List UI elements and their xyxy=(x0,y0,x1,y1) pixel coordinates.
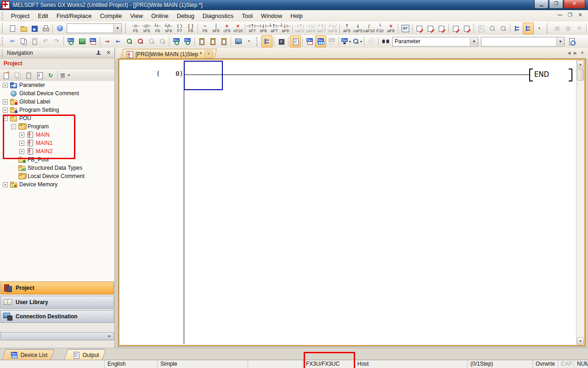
menu-find-replace[interactable]: Find/Replace xyxy=(52,11,96,21)
menu-tool[interactable]: Tool xyxy=(237,11,257,21)
mdi-minimize-button[interactable]: — xyxy=(557,12,563,18)
pane-button-project[interactable]: Project xyxy=(0,282,114,294)
device-comment-icon[interactable] xyxy=(65,35,76,47)
edit-toolbar-overflow-button[interactable]: ▾ xyxy=(243,35,254,47)
find-target-combo[interactable]: Parameter▼ xyxy=(392,37,478,46)
tree-item-device-memory[interactable]: +Device Memory xyxy=(0,180,114,189)
tab-scroll-right-icon[interactable]: ▶ xyxy=(574,51,577,55)
statement-batch-edit-icon[interactable] xyxy=(461,23,472,34)
pane-chevron-button[interactable]: » xyxy=(0,332,114,340)
insert-column-icon[interactable] xyxy=(218,35,229,47)
device-batch-monitor-icon[interactable] xyxy=(171,35,182,47)
edit-contact-icon[interactable]: -||- xyxy=(425,23,436,34)
delete-row-icon[interactable] xyxy=(207,35,218,47)
mdi-close-button[interactable]: ✕ xyxy=(577,12,583,18)
mdi-restore-button[interactable]: ❐ xyxy=(567,12,573,18)
project-selector-combo-dropdown-icon[interactable]: ▼ xyxy=(113,24,121,32)
falling-pulse-button[interactable]: ⊣↓⊢sF8 xyxy=(258,23,269,34)
pin-icon[interactable] xyxy=(96,51,101,56)
pane-button-user-library[interactable]: User Library xyxy=(0,296,114,309)
save-project-icon[interactable] xyxy=(29,23,40,34)
find-target-combo-dropdown-icon[interactable]: ▼ xyxy=(470,38,478,46)
delete-vertical-line-button[interactable]: ×cF10 xyxy=(232,23,243,34)
output-window-toggle-icon[interactable] xyxy=(290,35,301,47)
scroll-down-icon[interactable]: ▼ xyxy=(577,337,584,345)
device-find-icon[interactable]: ▾ xyxy=(351,35,362,47)
invert-operation-results-button[interactable]: ↑aF5 xyxy=(341,23,352,34)
tree-expander-icon[interactable]: + xyxy=(3,99,8,104)
ladder-cursor-cell[interactable] xyxy=(184,61,223,90)
menu-debug[interactable]: Debug xyxy=(173,11,198,21)
close-contact-button[interactable]: ⊣∕⊢sF5 xyxy=(141,23,152,34)
find-range-combo[interactable]: ▼ xyxy=(481,37,565,46)
write-to-plc-icon[interactable] xyxy=(102,35,113,47)
ladder-read-mode-icon[interactable] xyxy=(512,23,523,34)
open-contact-button[interactable]: ⊣⊢F5 xyxy=(130,23,141,34)
device-comment-batch-edit-icon[interactable] xyxy=(450,23,461,34)
edit-coil-icon[interactable]: < > xyxy=(436,23,447,34)
cut-icon[interactable] xyxy=(7,35,18,47)
tree-item-parameter[interactable]: +Parameter xyxy=(0,81,114,89)
stop-monitor-icon[interactable] xyxy=(135,35,146,47)
delete-line-button[interactable]: ×aF9 xyxy=(385,23,396,34)
tree-expander-icon[interactable]: + xyxy=(3,182,8,187)
screen-display-icon[interactable] xyxy=(76,35,87,47)
entry-data-monitor-icon[interactable] xyxy=(182,35,193,47)
scrollbar-thumb[interactable] xyxy=(577,69,584,80)
print-icon[interactable] xyxy=(40,23,51,34)
tree-item-global-label[interactable]: +Global Label xyxy=(0,98,114,106)
bottom-tab-output[interactable]: Output xyxy=(64,349,107,360)
start-monitor-icon[interactable] xyxy=(124,35,135,47)
edit-ladder-block-icon[interactable] xyxy=(414,23,425,34)
data-properties-icon[interactable] xyxy=(34,69,45,81)
help-icon[interactable] xyxy=(54,23,65,34)
statement-display-icon[interactable] xyxy=(87,35,98,47)
tree-item-program-setting[interactable]: +Program Setting xyxy=(0,106,114,114)
open-branch-button[interactable]: ┴⊢F6 xyxy=(152,23,163,34)
tab-scroll-left-icon[interactable]: ◀ xyxy=(567,51,571,55)
minimize-button[interactable]: ▁ xyxy=(534,0,548,9)
convert-to-pulse-button[interactable]: ↓caF5 xyxy=(352,23,363,34)
ladder-editor[interactable]: ( 0) END ▲ ▼ xyxy=(119,59,585,346)
new-project-icon[interactable] xyxy=(7,23,18,34)
scroll-up-icon[interactable]: ▲ xyxy=(577,60,584,68)
find-range-combo-dropdown-icon[interactable]: ▼ xyxy=(556,38,564,46)
menu-diagnostics[interactable]: Diagnostics xyxy=(198,11,237,21)
device-display-format-icon[interactable]: ▾ xyxy=(340,35,351,47)
coil-button[interactable]: ( )F7 xyxy=(174,23,185,34)
ladder-toolbar-overflow-button[interactable]: ▾ xyxy=(534,23,545,34)
insert-row-icon[interactable] xyxy=(196,35,207,47)
inline-st-button[interactable]: ST xyxy=(400,23,411,34)
horizontal-line-button[interactable]: ─F9 xyxy=(199,23,210,34)
tab-close-icon[interactable]: ✕ xyxy=(205,51,213,58)
pane-button-connection-destination[interactable]: Connection Destination xyxy=(0,310,114,323)
tree-expander-icon[interactable]: + xyxy=(3,108,8,113)
application-instruction-button[interactable]: [ ]F8 xyxy=(185,23,196,34)
find-in-document-icon[interactable] xyxy=(566,35,577,47)
vertical-line-button[interactable]: │sF9 xyxy=(210,23,221,34)
close-button[interactable]: ✕ xyxy=(564,0,585,9)
menu-compile[interactable]: Compile xyxy=(96,11,126,21)
find-icon[interactable] xyxy=(380,35,391,47)
copy-icon[interactable] xyxy=(18,35,29,47)
document-tab-main[interactable]: [PRG]Write MAIN (1)Step * ✕ xyxy=(120,49,217,59)
project-selector-combo[interactable]: ▼ xyxy=(67,23,122,33)
rising-pulse-branch-button[interactable]: ┴↑⊢aF7 xyxy=(269,23,280,34)
restore-button[interactable]: ❐ xyxy=(549,0,563,9)
intelligent-function-module-icon[interactable] xyxy=(276,35,287,47)
device-comment-display-icon[interactable] xyxy=(304,35,315,47)
tree-item-structured-data-types[interactable]: +Structured Data Types xyxy=(0,164,114,172)
delete-horizontal-line-button[interactable]: ×cF9 xyxy=(221,23,232,34)
navigation-window-toggle-icon[interactable] xyxy=(261,35,272,47)
menu-online[interactable]: Online xyxy=(147,11,173,21)
menu-view[interactable]: View xyxy=(126,11,147,21)
falling-pulse-branch-button[interactable]: ┴↓⊢aF8 xyxy=(280,23,291,34)
menu-project[interactable]: Project xyxy=(7,11,34,21)
menu-window[interactable]: Window xyxy=(257,11,286,21)
invert-line-button[interactable]: ∕caF10 xyxy=(363,23,374,34)
sort-icon[interactable]: ▾ xyxy=(59,69,70,81)
draw-line-button[interactable]: └F10 xyxy=(374,23,385,34)
close-branch-button[interactable]: ┴∕⊢sF6 xyxy=(163,23,174,34)
tree-item-global-device-comment[interactable]: +Global Device Comment xyxy=(0,89,114,98)
menu-help[interactable]: Help xyxy=(286,11,307,21)
